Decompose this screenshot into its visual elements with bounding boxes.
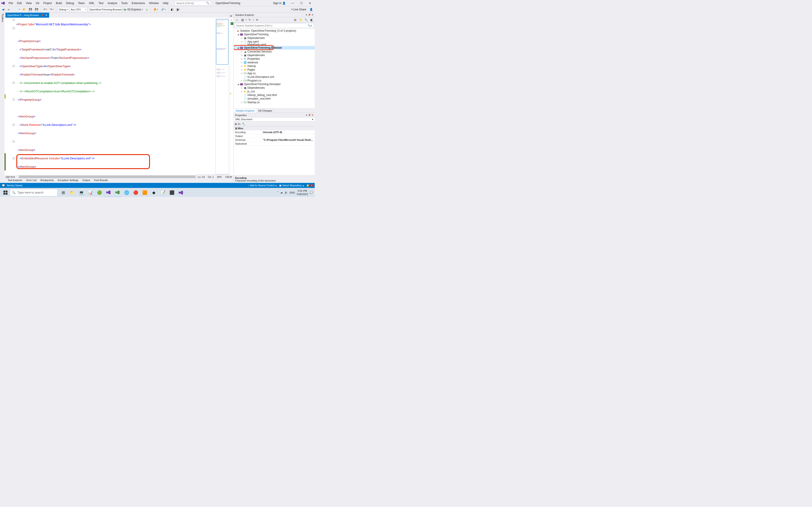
menu-git[interactable]: Git bbox=[34, 1, 41, 6]
app-icon[interactable]: 🟧 bbox=[141, 188, 149, 197]
menu-team[interactable]: Team bbox=[77, 1, 87, 6]
start-debug-button[interactable]: ▶IIS Express▾ bbox=[123, 7, 144, 11]
tree-item[interactable]: ▷C#App.cs bbox=[234, 71, 315, 75]
code-editor[interactable]: − − − − − − − − <Project Sdk="Microsoft.… bbox=[5, 18, 234, 175]
git-changes-tab[interactable]: Git Changes bbox=[256, 109, 274, 113]
zoom-level[interactable]: 100 % bbox=[5, 176, 12, 178]
panel-close-icon[interactable]: ✕ bbox=[311, 13, 313, 16]
close-tab-icon[interactable]: ✕ bbox=[45, 14, 47, 17]
tb-misc-2[interactable]: ◨▾ bbox=[175, 7, 181, 11]
test-explorer-tab[interactable]: Test Explorer bbox=[6, 178, 24, 183]
menu-help[interactable]: Help bbox=[161, 1, 170, 6]
tree-item[interactable]: ▷📄App.xaml bbox=[234, 40, 315, 44]
signin-link[interactable]: Sign in 👤 bbox=[272, 1, 287, 6]
tree-item[interactable]: ▷C#Program.cs bbox=[234, 79, 315, 82]
global-search[interactable]: Search (Ctrl+Q) 🔍 bbox=[175, 1, 211, 5]
add-source-control-button[interactable]: ↑ Add to Source Control ▴ bbox=[248, 184, 277, 187]
tray-icon[interactable]: 🔊 bbox=[285, 191, 288, 194]
pending-changes-icon[interactable]: ✎ bbox=[247, 18, 252, 22]
error-list-tab[interactable]: Error List bbox=[24, 178, 38, 183]
tree-item[interactable]: ▷📁js_css bbox=[234, 90, 315, 93]
startup-dropdown[interactable]: OpenSilverTrimming.Browser▾ bbox=[88, 7, 122, 12]
app-icon[interactable]: 💻 bbox=[77, 188, 86, 197]
collapse-icon[interactable]: ⊟ bbox=[293, 18, 298, 22]
menu-view[interactable]: View bbox=[24, 1, 34, 6]
notifications-icon[interactable]: 💬 bbox=[310, 191, 313, 194]
prop-row[interactable]: EncodingUnicode (UTF-8) bbox=[234, 130, 315, 134]
powershell-icon[interactable]: ⬛ bbox=[168, 188, 176, 197]
tree-item[interactable]: 📄ILLink.Descriptors.xml bbox=[234, 75, 315, 79]
nav-forward-button[interactable]: ▶ bbox=[7, 7, 11, 11]
alphabetical-icon[interactable]: A↓ bbox=[238, 122, 241, 126]
start-button[interactable] bbox=[1, 188, 10, 197]
switch-views-icon[interactable]: ▤ bbox=[240, 18, 245, 22]
sync-icon[interactable]: ⟲ bbox=[255, 18, 259, 22]
solution-search[interactable]: Search Solution Explorer (Ctrl+;) 🔍▾ bbox=[235, 23, 314, 28]
config-dropdown[interactable]: Debug▾ bbox=[58, 7, 69, 12]
tree-item[interactable]: ▷📁Pages bbox=[234, 68, 315, 71]
maximize-button[interactable]: ☐ bbox=[298, 0, 305, 6]
tb-misc-1[interactable]: ◧ bbox=[170, 7, 174, 11]
redo-button[interactable]: ↷▾ bbox=[49, 7, 54, 11]
solution-node[interactable]: ◆Solution 'OpenSilverTrimming' (3 of 3 p… bbox=[234, 29, 315, 33]
tree-item[interactable]: ▷▦Dependencies bbox=[234, 36, 315, 40]
app-icon[interactable]: 📊 bbox=[86, 188, 95, 197]
platform-dropdown[interactable]: Any CPU▾ bbox=[69, 7, 87, 12]
menu-tools[interactable]: Tools bbox=[119, 1, 130, 6]
home-icon[interactable]: ⌂ bbox=[235, 18, 239, 22]
show-all-files-icon[interactable]: 📁 bbox=[298, 18, 303, 22]
wrench-icon[interactable]: 🔧 bbox=[242, 122, 245, 126]
chrome-icon[interactable]: 🔴 bbox=[132, 188, 140, 197]
solution-explorer-tab[interactable]: Solution Explorer bbox=[234, 109, 256, 113]
editor-tab-active[interactable]: OpenSilverTr...ming.Browser 📌 ✕ bbox=[5, 13, 49, 18]
app-icon[interactable]: 🟢 bbox=[95, 188, 104, 197]
exception-settings-tab[interactable]: Exception Settings bbox=[56, 178, 80, 183]
taskbar-search[interactable]: 🔍Type here to search bbox=[10, 189, 58, 196]
tree-item[interactable]: ▷▦Dependencies bbox=[234, 53, 315, 57]
menu-window[interactable]: Window bbox=[147, 1, 161, 6]
tree-item[interactable]: 📄interop_debug_root.html bbox=[234, 93, 315, 97]
tray-overflow-icon[interactable]: ˄ bbox=[277, 191, 278, 194]
output-tab[interactable]: Output bbox=[81, 178, 92, 183]
preview-icon[interactable]: ◧ bbox=[309, 18, 314, 22]
new-project-button[interactable]: 📄▾ bbox=[14, 7, 21, 11]
panel-dropdown-icon[interactable]: ▾ bbox=[306, 13, 307, 16]
edge-icon[interactable]: 🌐 bbox=[122, 188, 131, 197]
tree-item[interactable]: ▷☁Connected Services bbox=[234, 50, 315, 53]
menu-edit[interactable]: Edit bbox=[15, 1, 23, 6]
hot-reload-button[interactable]: 🔥▾ bbox=[152, 7, 159, 11]
prop-row[interactable]: Stylesheet bbox=[234, 142, 315, 146]
notifications-button[interactable]: 🔔3 bbox=[306, 184, 313, 187]
nav-back-button[interactable]: ◀▾ bbox=[1, 7, 6, 11]
project-node[interactable]: ◢C#OpenSilverTrimming.Simulator bbox=[234, 82, 315, 86]
app-icon[interactable]: 📝 bbox=[159, 188, 167, 197]
menu-build[interactable]: Build bbox=[54, 1, 64, 6]
tray-lang[interactable]: ENG bbox=[290, 191, 295, 194]
menu-debug[interactable]: Debug bbox=[64, 1, 76, 6]
tree-item[interactable]: ▷▦Dependencies bbox=[234, 86, 315, 90]
tab-options-icon[interactable]: ⚙ bbox=[230, 14, 232, 18]
properties-grid[interactable]: ⊟ Misc EncodingUnicode (UTF-8) Output Sc… bbox=[234, 126, 315, 175]
minimap[interactable] bbox=[215, 18, 229, 174]
tree-item[interactable]: ▷🔧Properties bbox=[234, 57, 315, 61]
taskbar-clock[interactable]: 5:01 PM 5/30/2023 bbox=[297, 189, 308, 196]
start-without-debug-button[interactable]: ▷ bbox=[145, 7, 149, 11]
toolbox-tab[interactable]: Toolbox bbox=[0, 13, 5, 183]
undo-button[interactable]: ↶▾ bbox=[43, 7, 48, 11]
tree-item[interactable]: 📄simulator_root.html bbox=[234, 97, 315, 101]
solution-tree[interactable]: ◆Solution 'OpenSilverTrimming' (3 of 3 p… bbox=[234, 29, 315, 108]
hscroll-thumb[interactable] bbox=[19, 175, 196, 178]
vs-taskbar-icon[interactable] bbox=[104, 188, 113, 197]
menu-extensions[interactable]: Extensions bbox=[130, 1, 147, 6]
code-content[interactable]: <Project Sdk="Microsoft.NET.Sdk.BlazorWe… bbox=[15, 18, 214, 175]
task-view-icon[interactable]: ⊞ bbox=[59, 188, 67, 197]
menu-file[interactable]: File bbox=[7, 1, 15, 6]
prop-category[interactable]: ⊟ Misc bbox=[234, 126, 315, 130]
app-icon[interactable]: ◆ bbox=[150, 188, 158, 197]
save-button[interactable]: 💾 bbox=[28, 7, 33, 11]
open-button[interactable]: 📂 bbox=[22, 7, 27, 11]
menu-project[interactable]: Project bbox=[42, 1, 53, 6]
panel-pin-icon[interactable]: 📌 bbox=[308, 13, 311, 16]
tree-item[interactable]: ▷C#Startup.cs bbox=[234, 101, 315, 104]
browser-link-button[interactable]: 🔗▾ bbox=[160, 7, 166, 11]
